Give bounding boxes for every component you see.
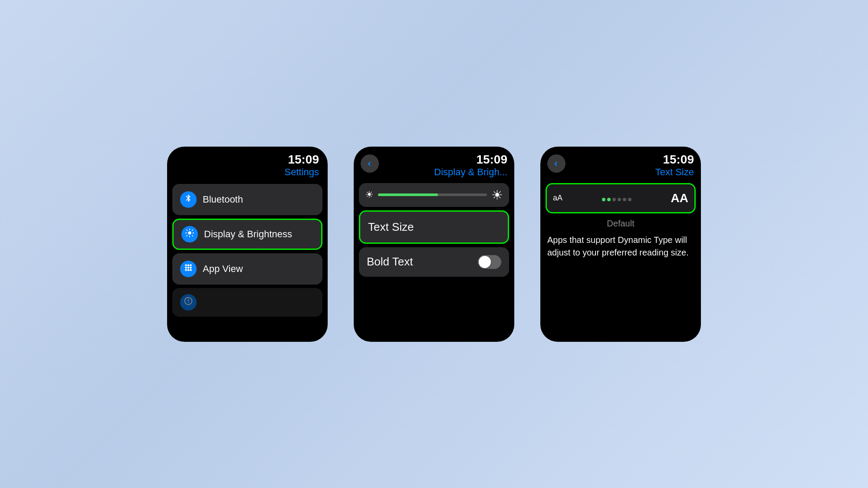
screen2-title: Display & Brigh... [382, 167, 507, 178]
svg-point-4 [185, 267, 187, 269]
brightness-slider-row[interactable]: ☀ ☀ [359, 183, 509, 207]
svg-point-1 [185, 265, 187, 267]
screen3-back-chevron-icon: ‹ [554, 159, 557, 168]
svg-point-0 [188, 232, 191, 235]
brightness-slider-fill [378, 193, 438, 196]
toggle-thumb [479, 256, 491, 268]
svg-point-5 [187, 267, 190, 269]
bluetooth-icon [184, 194, 193, 205]
app-view-icon [184, 263, 193, 275]
screen1-title: Settings [176, 167, 319, 178]
bold-text-toggle[interactable] [478, 255, 501, 269]
svg-point-3 [190, 265, 192, 267]
display-brightness-item[interactable]: Display & Brightness [172, 219, 322, 250]
screen3-title: Text Size [569, 167, 694, 178]
screen3-time: 15:09 [569, 154, 694, 166]
screen3-header: ‹ 15:09 Text Size [540, 147, 701, 181]
sun-large-icon: ☀ [491, 187, 503, 203]
bluetooth-icon-bg [180, 191, 197, 208]
screen2-header: ‹ 15:09 Display & Brigh... [354, 147, 514, 181]
display-brightness-label: Display & Brightness [204, 229, 292, 240]
partial-icon-bg [180, 294, 197, 311]
text-size-menu-label: Text Size [368, 220, 414, 234]
screen3-header-text: 15:09 Text Size [566, 154, 694, 178]
dot-4 [618, 198, 621, 201]
screen2-header-text: 15:09 Display & Brigh... [379, 154, 507, 178]
dot-2 [607, 198, 611, 201]
screen2-time: 15:09 [382, 154, 507, 166]
display-brightness-icon-bg [181, 226, 198, 242]
dot-5 [623, 198, 626, 201]
text-size-menu-item[interactable]: Text Size [359, 210, 509, 244]
settings-list: Bluetooth Display & Brightness App View [167, 181, 328, 319]
screen1-time: 15:09 [176, 154, 319, 166]
screen1-header: 15:09 Settings [167, 147, 328, 181]
text-size-dots [602, 198, 631, 201]
text-size-screen: ‹ 15:09 Text Size aA AA Default Apps th [540, 147, 701, 342]
text-size-small-label: aA [547, 187, 569, 210]
bluetooth-item[interactable]: Bluetooth [172, 184, 322, 215]
svg-point-2 [187, 265, 190, 267]
text-size-selector[interactable]: aA AA [546, 183, 696, 213]
settings-screen: 15:09 Settings Bluetooth Display & Brigh… [167, 147, 328, 342]
display-brightness-screen: ‹ 15:09 Display & Brigh... ☀ ☀ Text Size… [354, 147, 514, 342]
screen3-back-button[interactable]: ‹ [547, 154, 566, 173]
partial-item [172, 288, 322, 317]
sun-small-icon: ☀ [365, 189, 374, 200]
dot-1 [602, 198, 605, 201]
bold-text-label: Bold Text [367, 255, 413, 269]
default-label: Default [540, 219, 701, 234]
svg-point-6 [190, 267, 192, 269]
bluetooth-label: Bluetooth [203, 194, 243, 205]
screen2-back-button[interactable]: ‹ [361, 154, 379, 173]
back-chevron-icon: ‹ [368, 159, 371, 168]
svg-point-7 [185, 269, 187, 272]
dot-3 [612, 198, 616, 201]
dot-6 [628, 198, 631, 201]
partial-icon [184, 296, 193, 308]
app-view-icon-bg [180, 261, 197, 277]
svg-point-8 [187, 269, 190, 272]
text-size-large-label: AA [665, 184, 694, 212]
brightness-slider-track [378, 193, 487, 196]
app-view-item[interactable]: App View [172, 253, 322, 285]
description-text: Apps that support Dynamic Type will adju… [540, 234, 701, 259]
bold-text-row: Bold Text [359, 247, 509, 277]
display-brightness-icon [185, 228, 194, 240]
app-view-label: App View [203, 263, 243, 275]
svg-point-9 [190, 269, 192, 272]
